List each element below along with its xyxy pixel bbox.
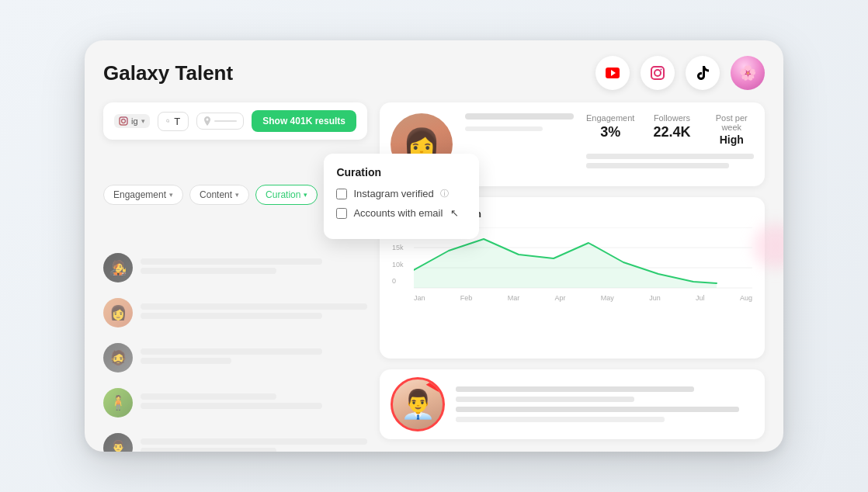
instagram-icon[interactable] [641, 56, 675, 90]
avatar: 🧑‍🎤 [103, 253, 133, 282]
x-label-feb: Feb [460, 294, 473, 302]
accounts-email-option[interactable]: Accounts with email ↖ [336, 207, 467, 219]
x-label-jan: Jan [414, 294, 425, 302]
filter-engagement[interactable]: Engagement ▾ [103, 185, 183, 205]
name-bar [141, 348, 322, 355]
platform-label: ig [131, 116, 138, 126]
engagement-value: 3% [586, 124, 634, 140]
search-input-wrap[interactable]: Travel| [158, 112, 189, 131]
influencer-list: 🧑‍🎤 👩 🧔 [103, 248, 367, 452]
svg-point-4 [661, 69, 662, 71]
youtube-icon[interactable] [595, 56, 630, 90]
instagram-verified-label: Instagram verified [353, 188, 433, 199]
filter-row: Engagement ▾ Content ▾ Curation ▾ Curati… [103, 151, 367, 239]
bar2 [456, 397, 634, 402]
x-label-may: May [601, 294, 614, 302]
stats-section: Engagement 3% Followers 22.4K Post per w… [586, 113, 754, 168]
influencer-info [141, 438, 367, 452]
profile-info-left [465, 113, 574, 131]
profile2-info [456, 386, 754, 422]
filter-content-chevron-icon: ▾ [235, 191, 239, 199]
profile-sub-bar [465, 126, 543, 131]
bar1 [456, 386, 694, 392]
x-label-apr: Apr [555, 294, 566, 302]
post-per-week-label: Post per week [709, 113, 754, 132]
sub-bar [141, 358, 231, 364]
filter-content[interactable]: Content ▾ [189, 185, 249, 205]
profile-card-2: 👨‍💼 [380, 369, 765, 439]
svg-point-6 [122, 120, 126, 123]
filter-curation-label: Curation [266, 189, 300, 200]
accounts-email-checkbox[interactable] [336, 208, 347, 219]
curation-dropdown-title: Curation [336, 166, 467, 178]
y-label-0: 0 [392, 277, 404, 285]
avatar: 🧍 [103, 388, 133, 418]
post-per-week-value: High [709, 133, 754, 146]
instagram-verified-checkbox[interactable] [336, 189, 347, 199]
name-bar [141, 393, 276, 400]
avatar: 👨‍💼 [103, 433, 133, 452]
location-bar-line [214, 120, 238, 122]
main-content: ig ▾ Travel| Show 401K results [103, 102, 765, 439]
sub-bar [141, 448, 276, 452]
svg-line-8 [168, 122, 169, 123]
influencer-info [141, 258, 367, 277]
name-bar [141, 438, 367, 445]
list-item[interactable]: 🧍 [103, 383, 367, 422]
avatar: 👩 [103, 298, 133, 327]
filter-engagement-label: Engagement [113, 189, 166, 200]
influencer-info [141, 393, 367, 412]
name-bar [141, 258, 322, 265]
cursor-icon: ↖ [450, 207, 459, 219]
bar3 [456, 407, 739, 412]
sub-bar [141, 403, 322, 409]
sub-bar [141, 268, 276, 274]
engagement-label: Engagement [586, 113, 634, 123]
y-label-15k: 15k [392, 244, 404, 251]
search-icon [166, 116, 170, 126]
curation-dropdown-popup: Curation Instagram verified ⓘ Accounts w… [324, 151, 479, 239]
platform-chevron-icon: ▾ [141, 117, 145, 125]
x-label-jun: Jun [649, 294, 661, 302]
device-frame: Galaxy Talent [85, 40, 783, 452]
bar4 [456, 417, 665, 422]
list-item[interactable]: 🧑‍🎤 [103, 248, 367, 287]
svg-rect-5 [120, 117, 127, 125]
filter-curation-chevron-icon: ▾ [304, 191, 307, 199]
svg-rect-2 [651, 67, 664, 79]
chart-x-labels: Jan Feb Mar Apr May Jun Jul Aug [414, 294, 752, 302]
app-header: Galaxy Talent [103, 56, 765, 90]
stat-post-per-week: Post per week High [709, 113, 754, 146]
followers-value: 22.4K [653, 124, 690, 140]
location-icon [203, 116, 211, 126]
profile-name-bar [465, 113, 574, 120]
x-label-mar: Mar [508, 294, 520, 302]
y-label-10k: 10k [392, 261, 404, 269]
list-item[interactable]: 👩 [103, 293, 367, 332]
platform-selector[interactable]: ig ▾ [114, 114, 150, 128]
accounts-email-label: Accounts with email [353, 207, 443, 219]
filter-engagement-chevron-icon: ▾ [169, 191, 173, 199]
influencer-info [141, 303, 367, 322]
name-bar [141, 303, 367, 310]
avatar: 🧔 [103, 343, 133, 372]
show-results-button[interactable]: Show 401K results [252, 110, 356, 132]
stat-followers: Followers 22.4K [653, 113, 690, 146]
social-icons-group: 🌸 [595, 56, 765, 90]
instagram-verified-option[interactable]: Instagram verified ⓘ [336, 188, 467, 199]
tiktok-icon[interactable] [686, 56, 720, 90]
user-avatar[interactable]: 🌸 [731, 56, 765, 90]
list-item[interactable]: 🧔 [103, 338, 367, 377]
influencer-info [141, 348, 367, 367]
filter-content-label: Content [200, 189, 232, 200]
followers-label: Followers [653, 113, 690, 123]
app-title: Galaxy Talent [103, 61, 233, 85]
filter-curation[interactable]: Curation ▾ [255, 185, 318, 205]
search-input[interactable]: Travel| [174, 116, 179, 127]
list-item[interactable]: 👨‍💼 [103, 428, 367, 452]
sub-bar [141, 313, 322, 319]
curation-dropdown: Curation Instagram verified ⓘ Accounts w… [324, 154, 479, 239]
svg-point-7 [166, 120, 168, 122]
location-bar[interactable] [196, 113, 245, 130]
profile-stats: Engagement 3% Followers 22.4K Post per w… [586, 113, 754, 146]
